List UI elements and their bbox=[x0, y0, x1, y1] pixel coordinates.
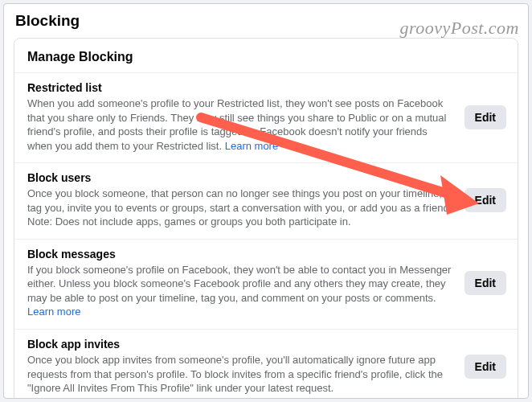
desc-text: Once you block app invites from someone'… bbox=[27, 354, 443, 394]
section-text: Block app invites Once you block app inv… bbox=[27, 338, 464, 396]
manage-blocking-card: Manage Blocking Restricted list When you… bbox=[14, 38, 518, 399]
card-header: Manage Blocking bbox=[14, 39, 518, 72]
section-title: Block messages bbox=[27, 248, 453, 260]
learn-more-link[interactable]: Learn more bbox=[225, 140, 278, 152]
section-text: Block users Once you block someone, that… bbox=[27, 171, 464, 229]
learn-more-link[interactable]: Learn more bbox=[27, 306, 80, 318]
desc-text: Once you block someone, that person can … bbox=[27, 187, 452, 228]
desc-text: If you block someone's profile on Facebo… bbox=[27, 264, 451, 304]
section-text: Block messages If you block someone's pr… bbox=[27, 248, 464, 319]
section-title: Block app invites bbox=[27, 338, 453, 351]
settings-panel: Blocking Manage Blocking Restricted list… bbox=[3, 3, 529, 399]
section-title: Block users bbox=[27, 171, 453, 184]
edit-button-block-users[interactable]: Edit bbox=[464, 188, 506, 212]
section-desc: Once you block app invites from someone'… bbox=[27, 353, 453, 396]
section-desc: Once you block someone, that person can … bbox=[27, 187, 453, 229]
section-block-users: Block users Once you block someone, that… bbox=[14, 162, 518, 239]
section-title: Restricted list bbox=[27, 81, 453, 94]
section-block-app-invites: Block app invites Once you block app inv… bbox=[14, 329, 518, 399]
edit-button-restricted[interactable]: Edit bbox=[464, 105, 506, 129]
edit-button-block-app-invites[interactable]: Edit bbox=[464, 355, 506, 379]
section-desc: If you block someone's profile on Facebo… bbox=[27, 263, 453, 319]
section-text: Restricted list When you add someone's p… bbox=[27, 81, 464, 153]
page-title: Blocking bbox=[4, 4, 528, 38]
section-restricted-list: Restricted list When you add someone's p… bbox=[14, 72, 518, 162]
edit-button-block-messages[interactable]: Edit bbox=[464, 271, 506, 295]
section-desc: When you add someone's profile to your R… bbox=[27, 96, 453, 153]
section-block-messages: Block messages If you block someone's pr… bbox=[14, 239, 518, 329]
